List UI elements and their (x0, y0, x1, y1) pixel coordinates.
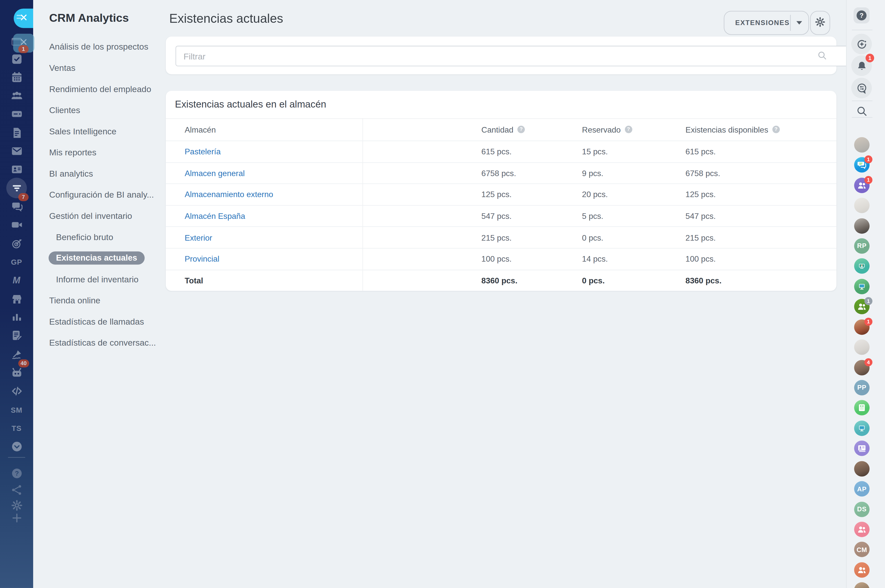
sidebar-item[interactable]: Estadísticas de llamadas (33, 311, 166, 332)
sidebar-item-active-pill[interactable]: Existencias actuales (49, 252, 144, 265)
rail-item-sm-app[interactable]: SM (7, 400, 26, 420)
sidebar-item[interactable]: BI analytics (33, 163, 166, 184)
sidebar-item[interactable]: Clientes (33, 99, 166, 121)
extensions-button[interactable]: EXTENSIONES (724, 11, 809, 35)
avatar[interactable] (854, 339, 870, 355)
help-icon[interactable]: ? (517, 126, 525, 133)
stock-value: 20 pcs. (582, 184, 608, 205)
sidebar-item[interactable]: Mis reportes (33, 142, 166, 163)
search-icon[interactable] (817, 50, 827, 61)
rail-divider (852, 117, 872, 118)
sidebar-item[interactable]: Informe del inventario (33, 268, 166, 290)
stock-value: 125 pcs. (685, 184, 716, 205)
rail-item-mail[interactable] (7, 141, 26, 161)
help-icon[interactable]: ? (625, 126, 632, 133)
avatar-news-doc[interactable] (854, 400, 870, 416)
rail-item-marketing[interactable] (7, 234, 26, 253)
avatar-chat-bubbles[interactable]: 1 (854, 158, 870, 173)
rail-item-messenger[interactable]: 7 (7, 197, 26, 216)
avatar-two-people[interactable] (854, 522, 870, 537)
sidebar-item[interactable]: Configuración de BI analy... (33, 184, 166, 205)
warehouse-link[interactable]: Almacenamiento externo (185, 184, 273, 205)
close-menu-button[interactable] (14, 9, 33, 28)
right-icon-rail: ?1 11RP114PPAPDSCM (846, 0, 885, 588)
marketing-icon (10, 237, 23, 250)
rail-item-stats[interactable] (7, 308, 26, 327)
rail-item-calendar[interactable] (7, 68, 26, 87)
column-header: Existencias disponibles? (685, 118, 780, 140)
sidebar-item[interactable]: Ventas (33, 57, 166, 78)
help-filled-icon: ? (855, 9, 868, 22)
warehouse-link[interactable]: Provincial (185, 249, 219, 270)
rail-item-ai-bot[interactable]: 40 (7, 363, 26, 382)
avatar-initials[interactable]: DS (854, 501, 870, 517)
avatar-support-desk[interactable] (854, 259, 870, 274)
avatar[interactable] (854, 198, 870, 213)
rail-item-tasks[interactable]: 1 (7, 49, 26, 69)
rail-divider (852, 30, 872, 30)
rail-item-documents[interactable] (7, 123, 26, 142)
help-icon[interactable]: ? (772, 126, 780, 133)
sidebar-item[interactable]: Análisis de los prospectos (33, 36, 166, 57)
warehouse-link[interactable]: Pastelería (185, 141, 221, 162)
help-filled-button[interactable]: ? (853, 8, 870, 23)
avatar-initials-label: RP (857, 243, 867, 249)
avatar[interactable] (854, 218, 870, 234)
rail-item-ts-app[interactable]: TS (7, 418, 26, 438)
warehouse-link[interactable]: Almacen general (185, 163, 245, 184)
avatar[interactable]: 1 (854, 319, 870, 335)
rail-item-add[interactable] (7, 508, 26, 528)
stock-value: 0 pcs. (582, 227, 603, 248)
market-icon (10, 292, 23, 306)
table-row: Provincial100 pcs.14 pcs.100 pcs. (166, 248, 836, 270)
rail-item-more-chevron[interactable] (7, 437, 26, 456)
rail-item-market[interactable] (7, 289, 26, 309)
column-header: Cantidad? (481, 118, 525, 140)
avatar-workspace[interactable] (854, 279, 870, 294)
rail-item-m-logo[interactable]: M (7, 271, 26, 290)
sidebar-item[interactable]: Sales Intelligence (33, 121, 166, 142)
rail-item-crm-card[interactable] (7, 160, 26, 179)
filter-input[interactable] (176, 46, 858, 66)
avatar[interactable]: 4 (854, 360, 870, 375)
avatar[interactable] (854, 582, 870, 588)
stock-value: 100 pcs. (685, 249, 716, 270)
report-settings-button[interactable] (810, 11, 830, 35)
avatar-two-people[interactable] (854, 562, 870, 578)
sidebar-item[interactable]: Gestión del inventario (33, 205, 166, 226)
rail-item-drive[interactable] (7, 105, 26, 124)
warehouse-link[interactable]: Exterior (185, 227, 212, 248)
conversations-button[interactable] (851, 78, 872, 98)
developer-icon (10, 385, 23, 398)
column-header: Almacén (185, 118, 216, 140)
sidebar-item[interactable]: Beneficio bruto (33, 226, 166, 248)
avatar-workspace[interactable] (854, 420, 870, 436)
avatar[interactable] (854, 137, 870, 153)
avatar-initials[interactable]: PP (854, 380, 870, 396)
rail-item-developer[interactable] (7, 381, 26, 401)
notifications-button[interactable]: 1 (851, 56, 872, 76)
stock-value: 547 pcs. (685, 206, 716, 227)
copilot-button[interactable] (851, 34, 872, 54)
avatar-initials[interactable]: RP (854, 238, 870, 254)
avatar-two-people[interactable]: 1 (854, 178, 870, 193)
rail-item-gp-app[interactable]: GP (7, 252, 26, 272)
avatar-two-people[interactable]: 1 (854, 299, 870, 315)
rail-item-report-pen[interactable] (7, 326, 26, 346)
sidebar-item[interactable]: Estadísticas de conversac... (33, 332, 166, 353)
sidebar-item[interactable]: Existencias actuales (33, 248, 166, 269)
notification-badge: 1 (864, 318, 873, 326)
sidebar-item[interactable]: Rendimiento del empleado (33, 78, 166, 99)
search-button[interactable] (855, 105, 868, 117)
warehouse-link[interactable]: Almacén España (185, 206, 245, 227)
sidebar-item[interactable]: Tienda online (33, 290, 166, 311)
avatar-initials[interactable]: AP (854, 481, 870, 496)
avatar[interactable] (854, 461, 870, 476)
avatar-initials[interactable]: CM (854, 542, 870, 557)
avatar-contact-card[interactable] (854, 441, 870, 456)
rail-item-employees[interactable] (7, 86, 26, 105)
support-desk-icon (856, 261, 867, 272)
rail-item-video[interactable] (7, 215, 26, 235)
hamburger-line (17, 15, 21, 16)
chevron-down-icon[interactable] (796, 21, 802, 25)
